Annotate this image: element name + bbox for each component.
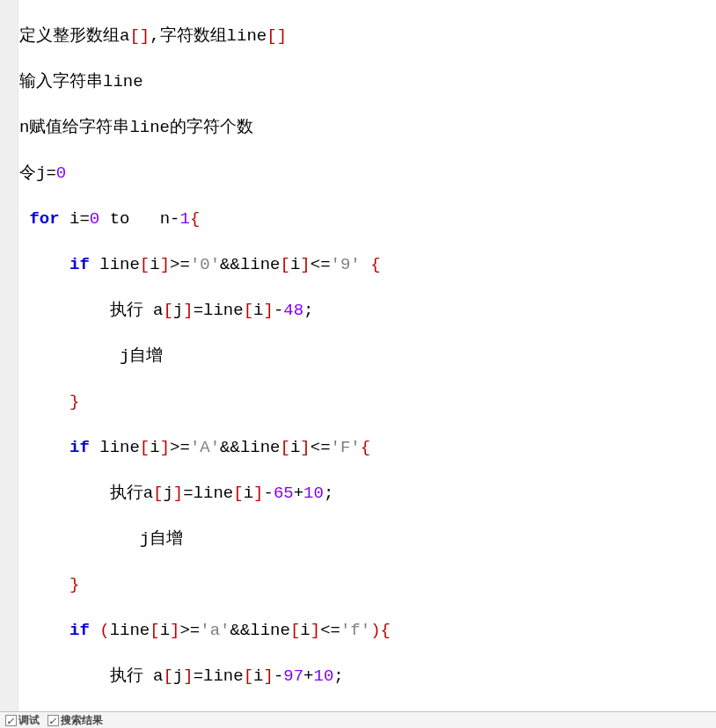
code-editor[interactable]: 定义整形数组a[],字符数组line[] 输入字符串line n赋值给字符串li… (18, 0, 716, 728)
tab-search-results[interactable]: 搜索结果 (47, 712, 103, 728)
code-line[interactable]: 定义整形数组a[],字符数组line[] (18, 25, 716, 47)
code-line[interactable]: } (18, 573, 716, 596)
code-line[interactable]: n赋值给字符串line的字符个数 (18, 116, 716, 139)
code-line[interactable]: 令j=0 (18, 162, 716, 185)
code-line[interactable]: if line[i]>='0'&&line[i]<='9' { (18, 253, 716, 276)
checkbox-icon (47, 715, 59, 726)
code-line[interactable]: 输入字符串line (18, 70, 716, 93)
editor-gutter (0, 0, 18, 728)
checkbox-icon (5, 715, 17, 726)
code-line[interactable]: 执行 a[j]=line[i]-97+10; (18, 665, 716, 688)
code-line[interactable]: if (line[i]>='a'&&line[i]<='f'){ (18, 619, 716, 642)
bottom-panel-tabs: 调试 搜索结果 (0, 711, 716, 728)
code-line[interactable]: for i=0 to n-1{ (18, 207, 716, 230)
code-line[interactable]: j自增 (18, 345, 716, 368)
code-line[interactable]: if line[i]>='A'&&line[i]<='F'{ (18, 436, 716, 459)
tab-debug[interactable]: 调试 (5, 712, 40, 728)
code-line[interactable]: 执行a[j]=line[i]-65+10; (18, 482, 716, 505)
code-line[interactable]: j自增 (18, 528, 716, 550)
code-line[interactable]: 执行 a[j]=line[i]-48; (18, 299, 716, 322)
code-line[interactable]: } (18, 390, 716, 413)
